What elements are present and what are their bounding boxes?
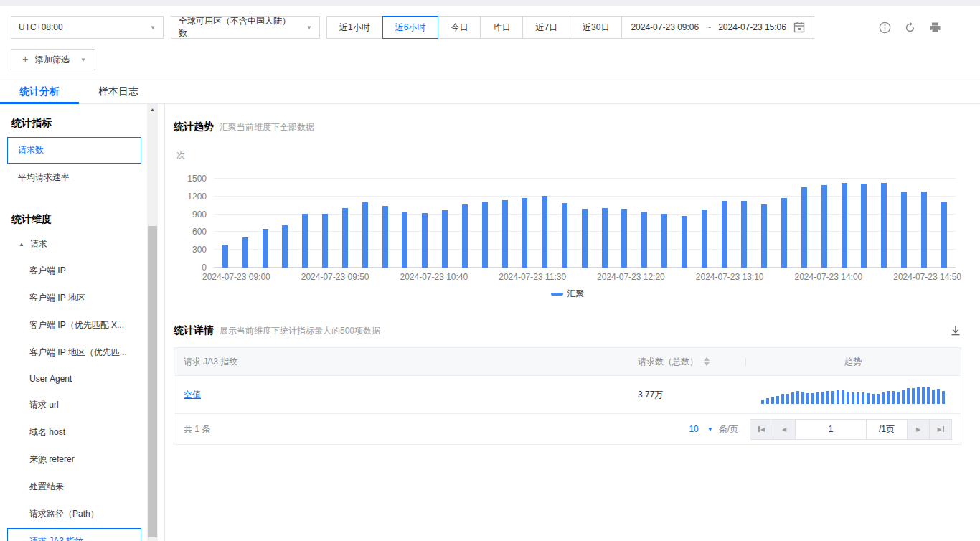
sparkline-bar [776,396,779,404]
page-size-select[interactable]: 10 ▼ [689,424,712,434]
dimension-item[interactable]: 客户端 IP 地区 [7,285,141,311]
count-cell: 3.77万 [638,389,745,401]
tab-sample-logs[interactable]: 样本日志 [79,80,158,103]
timezone-select[interactable]: UTC+08:00 ▼ [11,16,164,39]
calendar-icon [793,22,805,33]
chart-bar [263,229,268,268]
sparkline-bar [922,387,925,404]
trend-title: 统计趋势 [174,121,214,133]
time-range-group: 近1小时近6小时今日昨日近7日近30日 [327,16,622,39]
sparkline-bar [781,394,784,404]
prev-page-button[interactable]: ◀ [773,420,795,439]
dimension-item[interactable]: 客户端 IP [7,258,141,284]
sparkline-bar [852,392,854,404]
download-icon[interactable] [950,325,961,337]
time-range-button[interactable]: 今日 [438,16,481,39]
ja3-cell: 空值 [174,389,638,401]
chevron-down-icon: ▼ [707,426,713,433]
chart-bar [941,202,947,268]
last-page-button[interactable]: ▶ [929,420,951,439]
sparkline-bar [821,392,824,404]
dimension-value: 全球可用区（不含中国大陆） 数 [179,15,301,39]
column-header-ja3: 请求 JA3 指纹 [174,356,638,368]
metric-item-requests[interactable]: 请求数 [7,137,141,164]
y-tick-label: 300 [192,245,207,255]
sidebar-scrollbar[interactable]: ▲ [147,104,158,541]
chart-bar [242,237,248,268]
x-tick-label: 2024-07-23 10:40 [400,272,468,282]
dimension-item[interactable]: 客户端 IP 地区（优先匹... [7,339,141,366]
x-tick-label: 2024-07-23 12:20 [597,272,665,282]
dimension-item[interactable]: 处置结果 [7,474,141,500]
y-tick-label: 0 [202,263,207,273]
chevron-down-icon: ▼ [306,24,312,31]
sparkline-bar [847,392,849,404]
chart-bar [821,185,827,268]
chart-bar [502,200,508,268]
dimension-item[interactable]: User Agent [7,367,141,391]
ja3-value-link[interactable]: 空值 [184,390,201,400]
total-count-label: 共 1 条 [184,423,210,436]
column-header-trend: 趋势 [745,356,961,368]
refresh-icon[interactable] [904,22,916,34]
sparkline-bar [831,391,834,404]
dimension-item[interactable]: 请求 JA3 指纹 [7,528,141,541]
dimension-select[interactable]: 全球可用区（不含中国大陆） 数 ▼ [171,16,320,39]
column-header-count-label: 请求数（总数） [638,356,698,368]
chart-bar [522,198,527,268]
time-range-button[interactable]: 近7日 [522,16,570,39]
chart-legend[interactable]: 汇聚 [174,288,961,300]
dimension-item[interactable]: 请求路径（Path） [7,501,141,527]
printer-icon[interactable] [929,22,941,34]
date-start: 2024-07-23 09:06 [631,22,699,32]
legend-label: 汇聚 [567,288,585,300]
chart-bar [621,209,627,268]
chart-bar [282,225,288,268]
sort-icon[interactable] [704,357,710,366]
sparkline-bar [912,388,915,404]
filter-toolbar: UTC+08:00 ▼ 全球可用区（不含中国大陆） 数 ▼ 近1小时近6小时今日… [0,6,980,80]
x-tick-label: 2024-07-23 09:50 [301,272,369,282]
sparkline-bar [806,393,809,404]
dimension-item[interactable]: 来源 referer [7,446,141,473]
add-filter-label: 添加筛选 [35,54,70,66]
scrollbar-thumb[interactable] [148,226,157,537]
sparkline-bar [771,397,774,404]
chart-bar [661,214,667,268]
sparkline-bar [796,391,799,404]
tab-statistics[interactable]: 统计分析 [0,80,79,103]
info-icon[interactable] [879,22,891,34]
sparkline-bar [801,392,804,404]
metric-item-avg-rate[interactable]: 平均请求速率 [7,165,141,190]
scroll-up-icon[interactable]: ▲ [147,104,158,115]
time-range-button[interactable]: 近6小时 [382,16,439,39]
time-range-button[interactable]: 昨日 [480,16,523,39]
dimension-group-request[interactable]: ▲ 请求 [0,232,164,257]
main-panel: 统计趋势 汇聚当前维度下全部数据 次 030060090012001500 20… [165,104,980,541]
dimension-item[interactable]: 域名 host [7,419,141,446]
dimension-item[interactable]: 客户端 IP（优先匹配 X... [7,312,141,339]
first-page-button[interactable]: ◀ [750,420,773,439]
chart-bar [482,202,488,268]
filter-row-2: ＋ 添加筛选 ▼ [11,39,941,80]
time-range-button[interactable]: 近1小时 [326,16,383,39]
sparkline-bar [887,391,890,404]
next-page-button[interactable]: ▶ [907,420,929,439]
chart-bar [542,196,547,268]
column-header-count: 请求数（总数） [638,356,745,368]
chevron-down-icon: ▼ [150,24,156,31]
sidebar: 统计指标 请求数 平均请求速率 统计维度 ▲ 请求 客户端 IP客户端 IP 地… [0,104,165,541]
chart-bar [602,208,608,268]
add-filter-button[interactable]: ＋ 添加筛选 ▼ [11,49,95,70]
timezone-value: UTC+08:00 [19,22,63,32]
page-nav-group: ◀ ◀ 1 /1页 ▶ ▶ [750,419,952,440]
date-range-picker[interactable]: 2024-07-23 09:06 ~ 2024-07-23 15:06 [621,16,814,39]
sparkline-bar [872,394,875,404]
x-tick-label: 2024-07-23 14:50 [893,272,961,282]
detail-subtitle: 展示当前维度下统计指标最大的500项数据 [220,325,380,337]
page-number-input[interactable]: 1 [795,420,866,439]
per-page-label: 条/页 [719,423,738,436]
time-range-button[interactable]: 近30日 [570,16,622,39]
dimension-item[interactable]: 请求 url [7,392,141,418]
dimension-group-label: 请求 [30,238,47,250]
